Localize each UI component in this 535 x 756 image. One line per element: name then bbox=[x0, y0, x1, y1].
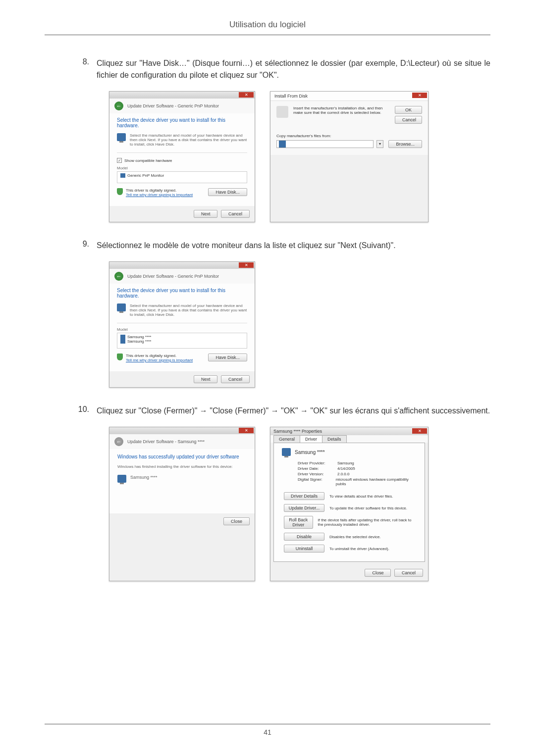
step-10-number: 10. bbox=[45, 405, 97, 417]
rollback-desc: If the device fails after updating the d… bbox=[318, 518, 417, 527]
monitor-icon bbox=[117, 475, 126, 483]
model-label: Model bbox=[117, 166, 247, 170]
have-disk-button[interactable]: Have Disk... bbox=[208, 188, 247, 196]
monitor-icon bbox=[120, 335, 125, 339]
update-driver-desc: To update the driver software for this d… bbox=[329, 506, 407, 510]
install-disk-title: Install From Disk bbox=[274, 94, 308, 99]
close-icon[interactable]: ✕ bbox=[239, 262, 254, 268]
shield-icon bbox=[117, 188, 123, 195]
cancel-button[interactable]: Cancel bbox=[394, 569, 423, 577]
version-label: Driver Version: bbox=[298, 472, 337, 476]
model-list[interactable]: Samsung **** Samsung **** bbox=[117, 333, 247, 349]
have-disk-button[interactable]: Have Disk... bbox=[208, 353, 247, 361]
cancel-button[interactable]: Cancel bbox=[395, 116, 422, 124]
monitor-icon bbox=[120, 173, 125, 178]
provider-label: Driver Provider: bbox=[298, 461, 337, 465]
nav-title: Update Driver Software - Generic PnP Mon… bbox=[127, 103, 219, 108]
model-item: Samsung **** bbox=[127, 335, 151, 339]
cancel-button[interactable]: Cancel bbox=[221, 375, 250, 383]
close-icon[interactable]: ✕ bbox=[412, 93, 427, 98]
page-header-title: Utilisation du logiciel bbox=[45, 20, 490, 35]
uninstall-button[interactable]: Uninstall bbox=[284, 545, 324, 553]
tab-general[interactable]: General bbox=[273, 435, 300, 443]
provider-value: Samsung bbox=[337, 461, 354, 465]
browse-button[interactable]: Browse... bbox=[388, 140, 422, 148]
shield-icon bbox=[117, 353, 123, 360]
show-compatible-checkbox[interactable]: ✓ bbox=[117, 158, 122, 163]
back-arrow-icon: ← bbox=[114, 437, 123, 446]
version-value: 2.0.0.0 bbox=[337, 472, 349, 476]
monitor-icon bbox=[117, 133, 126, 141]
model-label: Model bbox=[117, 327, 247, 332]
disable-desc: Disables the selected device. bbox=[329, 535, 381, 539]
monitor-icon bbox=[282, 448, 291, 456]
device-name: Samsung **** bbox=[295, 450, 325, 455]
select-driver-title: Select the device driver you want to ins… bbox=[117, 117, 247, 128]
monitor-icon bbox=[117, 303, 126, 311]
close-icon[interactable]: ✕ bbox=[239, 92, 254, 98]
update-success-dialog: ✕ ← Update Driver Software - Samsung ***… bbox=[109, 427, 255, 581]
copy-from-label: Copy manufacturer's files from: bbox=[276, 134, 422, 138]
nav-title: Update Driver Software - Samsung **** bbox=[127, 439, 205, 444]
driver-details-button[interactable]: Driver Details bbox=[284, 492, 324, 500]
next-button[interactable]: Next bbox=[194, 375, 218, 383]
model-list[interactable]: Generic PnP Monitor bbox=[117, 171, 247, 183]
update-driver-button[interactable]: Update Driver... bbox=[284, 504, 324, 512]
signing-info-link[interactable]: Tell me why driver signing is important bbox=[126, 358, 193, 362]
uninstall-desc: To uninstall the driver (Advanced). bbox=[329, 547, 389, 551]
rollback-button[interactable]: Roll Back Driver bbox=[284, 516, 313, 529]
install-instruction: Insert the manufacturer's installation d… bbox=[293, 106, 388, 124]
signer-value: microsoft windows hardware compatibility… bbox=[336, 477, 417, 486]
close-icon[interactable]: ✕ bbox=[239, 428, 254, 433]
back-arrow-icon[interactable]: ← bbox=[114, 272, 123, 281]
step-10-text: Cliquez sur "Close (Fermer)" → "Close (F… bbox=[97, 405, 490, 417]
success-title: Windows has successfully updated your dr… bbox=[117, 454, 247, 459]
dropdown-icon[interactable]: ▾ bbox=[376, 140, 383, 148]
close-button[interactable]: Close bbox=[223, 517, 250, 525]
model-item: Generic PnP Monitor bbox=[127, 173, 164, 178]
tab-driver[interactable]: Driver bbox=[300, 435, 322, 443]
step-8-number: 8. bbox=[45, 57, 97, 81]
tab-details[interactable]: Details bbox=[322, 435, 347, 443]
next-button[interactable]: Next bbox=[194, 210, 218, 218]
update-driver-dialog-2: ✕ ← Update Driver Software - Generic PnP… bbox=[109, 261, 255, 388]
close-icon[interactable]: ✕ bbox=[412, 428, 427, 434]
signed-text: This driver is digitally signed. bbox=[126, 188, 193, 193]
step-9-text: Sélectionnez le modèle de votre moniteur… bbox=[97, 240, 490, 252]
signed-text: This driver is digitally signed. bbox=[126, 353, 193, 358]
select-driver-title: Select the device driver you want to ins… bbox=[117, 288, 247, 299]
install-from-disk-dialog: Install From Disk ✕ Insert the manufactu… bbox=[270, 91, 428, 222]
show-compatible-label: Show compatible hardware bbox=[124, 158, 172, 163]
close-button[interactable]: Close bbox=[365, 569, 391, 577]
back-arrow-icon[interactable]: ← bbox=[114, 101, 123, 110]
ok-button[interactable]: OK bbox=[395, 106, 422, 114]
model-item: Samsung **** bbox=[127, 339, 151, 344]
properties-title: Samsung **** Properties bbox=[273, 429, 322, 434]
instruction-text: Select the manufacturer and model of you… bbox=[130, 303, 247, 317]
step-9-number: 9. bbox=[45, 240, 97, 252]
driver-details-desc: To view details about the driver files. bbox=[329, 494, 393, 499]
instruction-text: Select the manufacturer and model of you… bbox=[130, 133, 247, 147]
floppy-icon bbox=[279, 141, 286, 148]
properties-dialog: Samsung **** Properties ✕ General Driver… bbox=[270, 427, 428, 581]
disk-icon bbox=[276, 106, 288, 118]
cancel-button[interactable]: Cancel bbox=[221, 210, 250, 218]
update-driver-dialog-1: ✕ ← Update Driver Software - Generic PnP… bbox=[109, 91, 255, 222]
page-number: 41 bbox=[264, 728, 271, 736]
nav-title: Update Driver Software - Generic PnP Mon… bbox=[127, 274, 219, 279]
signer-label: Digital Signer: bbox=[298, 477, 336, 486]
signing-info-link[interactable]: Tell me why driver signing is important bbox=[126, 193, 193, 197]
date-value: 4/14/2005 bbox=[337, 466, 355, 471]
monitor-icon bbox=[120, 339, 125, 344]
disable-button[interactable]: Disable bbox=[284, 533, 324, 541]
device-name: Samsung **** bbox=[130, 475, 158, 483]
copy-path-input[interactable] bbox=[276, 140, 374, 148]
success-subtext: Windows has finished installing the driv… bbox=[117, 464, 247, 469]
step-8-text: Cliquez sur "Have Disk…" (Disque fourni…… bbox=[97, 57, 490, 81]
date-label: Driver Date: bbox=[298, 466, 337, 471]
